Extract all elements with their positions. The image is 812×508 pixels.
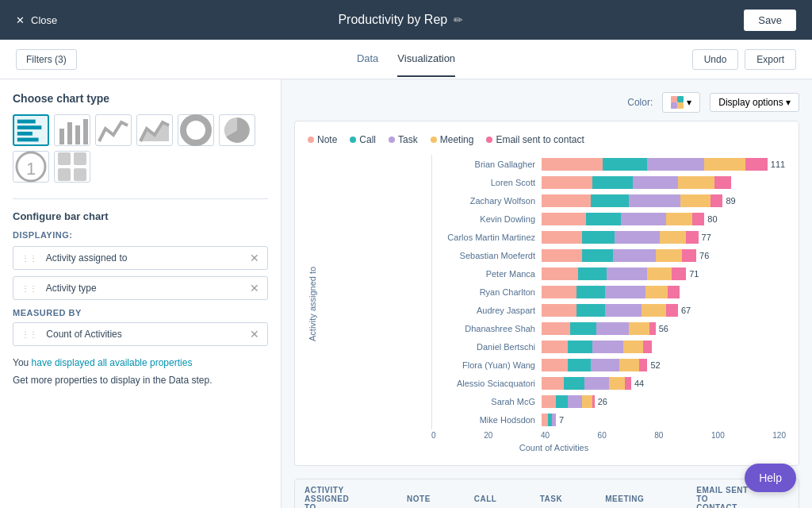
col-activity-assigned-to: ACTIVITYASSIGNEDTO bbox=[295, 479, 397, 508]
svg-rect-12 bbox=[58, 152, 71, 165]
x-label-120: 120 bbox=[772, 431, 786, 440]
grid-chart-icon bbox=[55, 149, 90, 184]
choose-chart-type-title: Choose chart type bbox=[13, 92, 268, 105]
display-options-button[interactable]: Display options ▾ bbox=[710, 93, 799, 112]
area-chart-icon bbox=[137, 113, 172, 148]
color-picker-button[interactable]: ▾ bbox=[662, 92, 700, 113]
legend-email: Email sent to contact bbox=[486, 134, 584, 145]
col-call: CALL bbox=[465, 479, 530, 508]
bar-segment bbox=[656, 249, 682, 262]
bar-total-label: 89 bbox=[726, 196, 735, 206]
bar-segment bbox=[645, 286, 668, 298]
legend-dot-meeting bbox=[431, 137, 437, 143]
help-button[interactable]: Help bbox=[745, 464, 796, 492]
undo-button[interactable]: Undo bbox=[692, 49, 739, 70]
bar-row-label: Kevin Dowling bbox=[432, 214, 542, 224]
bar-row-label: Loren Scott bbox=[432, 178, 542, 187]
svg-rect-16 bbox=[671, 96, 677, 102]
color-palette-icon bbox=[671, 96, 684, 109]
chart-type-number[interactable]: 1 bbox=[13, 151, 49, 183]
bar-segment bbox=[556, 395, 568, 408]
remove-field-count-activities[interactable]: ✕ bbox=[250, 328, 259, 341]
bar-segment bbox=[542, 414, 548, 426]
bar-segment bbox=[542, 158, 603, 171]
bar-segment bbox=[623, 341, 644, 353]
toolbar-tabs: Data Visualization bbox=[211, 41, 601, 77]
legend-dot-call bbox=[350, 137, 356, 143]
bar-row: Flora (Yuan) Wang52 bbox=[432, 356, 786, 374]
main-content: Choose chart type bbox=[0, 79, 812, 508]
svg-rect-4 bbox=[59, 129, 64, 144]
bar-segment bbox=[542, 267, 578, 280]
bar-row: Peter Manca71 bbox=[432, 265, 786, 283]
bar-segment bbox=[680, 194, 711, 207]
bar-segment bbox=[592, 176, 633, 189]
tab-visualization[interactable]: Visualization bbox=[397, 41, 455, 77]
pie-chart-icon bbox=[220, 113, 255, 148]
chart-type-area[interactable] bbox=[136, 114, 173, 146]
chart-type-line[interactable] bbox=[95, 114, 132, 146]
field-label-activity-type: Activity type bbox=[46, 283, 97, 294]
available-props-link[interactable]: have displayed all available properties bbox=[32, 357, 193, 368]
x-label-100: 100 bbox=[711, 431, 725, 440]
bar-segment bbox=[542, 176, 592, 189]
filters-button[interactable]: Filters (3) bbox=[16, 49, 77, 70]
bar-segment bbox=[592, 341, 623, 353]
save-button[interactable]: Save bbox=[744, 10, 796, 31]
bar-total-label: 67 bbox=[681, 306, 691, 315]
bar-segment bbox=[704, 158, 745, 171]
x-axis-title: Count of Activities bbox=[322, 443, 786, 452]
chart-type-horizontal-bar[interactable] bbox=[13, 114, 49, 146]
svg-rect-6 bbox=[75, 125, 80, 144]
legend-label-note: Note bbox=[317, 134, 337, 145]
chart-type-pie[interactable] bbox=[219, 114, 255, 146]
bar-row: Kevin Dowling80 bbox=[432, 210, 786, 228]
bar-total-label: 56 bbox=[659, 324, 668, 333]
bar-row: Carlos Martin Martinez77 bbox=[432, 229, 786, 246]
bar-segment bbox=[542, 322, 570, 335]
edit-icon[interactable]: ✏ bbox=[454, 13, 463, 26]
header-actions: Save bbox=[744, 10, 796, 31]
vertical-bar-icon bbox=[55, 113, 90, 148]
bar-segment bbox=[582, 231, 615, 244]
bar-segment bbox=[552, 414, 556, 426]
tab-data[interactable]: Data bbox=[357, 41, 378, 77]
bar-row: Loren Scott bbox=[432, 174, 786, 191]
bar-segment bbox=[542, 341, 568, 353]
legend-label-call: Call bbox=[359, 134, 376, 145]
bar-segment bbox=[647, 158, 704, 171]
close-button[interactable]: ✕ Close bbox=[16, 14, 57, 26]
chart-type-grid[interactable] bbox=[54, 151, 90, 183]
chart-type-vertical-bar[interactable] bbox=[54, 114, 90, 146]
bar-segment bbox=[745, 158, 768, 171]
bar-segment bbox=[619, 359, 640, 371]
bar-segment bbox=[625, 377, 631, 390]
bar-segment bbox=[576, 286, 605, 298]
field-label-count-activities: Count of Activities bbox=[46, 329, 121, 340]
bar-segment bbox=[621, 213, 665, 225]
remove-field-activity-type[interactable]: ✕ bbox=[250, 282, 259, 294]
col-note: NOTE bbox=[397, 479, 465, 508]
data-step-link[interactable]: Data step. bbox=[169, 375, 213, 386]
legend-task: Task bbox=[389, 134, 418, 145]
bar-segment bbox=[568, 395, 582, 408]
bar-segment bbox=[613, 249, 656, 262]
chart-type-donut[interactable] bbox=[178, 114, 214, 146]
svg-rect-19 bbox=[677, 102, 684, 109]
bar-row-label: Carlos Martin Martinez bbox=[432, 233, 542, 242]
x-label-60: 60 bbox=[598, 431, 607, 440]
export-button[interactable]: Export bbox=[745, 49, 796, 70]
remove-field-activity-assigned-to[interactable]: ✕ bbox=[250, 252, 259, 264]
svg-point-9 bbox=[183, 117, 209, 143]
close-icon: ✕ bbox=[16, 14, 25, 26]
bar-row-label: Alessio Sciacquatori bbox=[432, 379, 542, 388]
bar-segment bbox=[714, 176, 731, 189]
app-header: ✕ Close Productivity by Rep ✏ Save bbox=[0, 0, 812, 40]
col-task: TASK bbox=[530, 479, 596, 508]
bar-total-label: 77 bbox=[702, 233, 711, 242]
bar-segment bbox=[542, 231, 582, 244]
bar-segment bbox=[686, 231, 698, 244]
drag-handle-icon-2: ⋮⋮ bbox=[21, 284, 37, 293]
bar-segment bbox=[542, 377, 564, 390]
configure-bar-chart-title: Configure bar chart bbox=[13, 210, 268, 222]
